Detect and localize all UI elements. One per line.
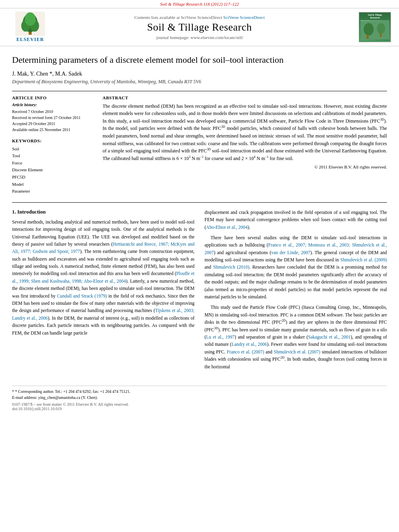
svg-point-7 [364, 23, 374, 36]
elsevier-tree-icon [14, 12, 46, 36]
footer: * * Corresponding author. Tel.: +1 204 4… [12, 386, 387, 411]
header: ELSEVIER Contents lists available at Sci… [0, 8, 399, 46]
section1-heading: 1. Introduction [12, 209, 195, 215]
abstract-text: The discrete element method (DEM) has be… [103, 103, 387, 162]
keyword-discrete-element: Discrete Element [12, 166, 93, 174]
keyword-model: Model [12, 181, 93, 188]
ref-shmulevich1[interactable]: Shmulevich et al. (2009) [340, 257, 387, 262]
ref-cundall[interactable]: Cundall and Strack (1979) [57, 294, 107, 298]
sciverse-link[interactable]: SciVerse ScienceDirect [223, 15, 265, 20]
ref-sakaguchi[interactable]: Sakaguchi et al., 2001 [308, 335, 351, 339]
ref-lu[interactable]: Lu et al., 1997 [206, 335, 234, 339]
svg-rect-10 [380, 33, 381, 37]
footnote-email: E-mail address: ying_chen@umanitoba.ca (… [12, 394, 387, 401]
keyword-parameter: Parameter [12, 188, 93, 195]
info-abstract-section: ARTICLE INFO Article history: Received 7… [12, 91, 387, 195]
ref-tijskens[interactable]: Tijskens et al., 2003; Landry et al., 20… [12, 308, 195, 320]
elsevier-label: ELSEVIER [16, 37, 44, 43]
keyword-force: Force [12, 160, 93, 167]
abstract-section: ABSTRACT The discrete element method (DE… [103, 95, 387, 195]
history-received: Received 7 October 2010 Received in revi… [12, 109, 93, 133]
svg-point-8 [377, 23, 385, 34]
ref-vanderlinde[interactable]: van der Linde, 2007 [271, 250, 310, 255]
abstract-label: ABSTRACT [103, 95, 387, 100]
svg-rect-9 [366, 35, 368, 39]
intro-para-dem: There have been several studies using th… [205, 234, 387, 301]
journal-title: Soil & Tillage Research [56, 21, 343, 33]
keyword-tool: Tool [12, 152, 93, 160]
body-col-right: displacement and crack propagation invol… [205, 209, 387, 374]
article-info-label: ARTICLE INFO [12, 95, 93, 100]
ref-plouffe[interactable]: Plouffe et al., 1999; Shen and Kushwaha,… [12, 271, 195, 283]
keywords-section: Keywords: Soil Tool Force Discrete Eleme… [12, 138, 93, 195]
intro-para-1: Several methods, including analytical an… [12, 218, 195, 337]
article-info: ARTICLE INFO Article history: Received 7… [12, 95, 93, 195]
homepage-line: journal homepage: www.elsevier.com/locat… [56, 35, 343, 40]
journal-cover-image: Soil & TillageResearch [359, 12, 391, 42]
body-col-left: 1. Introduction Several methods, includi… [12, 209, 195, 374]
ref-aboelnor1[interactable]: Abo-Elnor et al., 2004 [206, 225, 247, 230]
intro-para-cont: displacement and crack propagation invol… [205, 209, 387, 231]
ref-shmulevich2[interactable]: Shmulevich (2010) [213, 265, 249, 269]
body-columns: 1. Introduction Several methods, includi… [12, 209, 387, 374]
history-label: Article history: [12, 103, 93, 107]
header-left: ELSEVIER [8, 12, 52, 43]
body-text-col1: Several methods, including analytical an… [12, 218, 195, 337]
ref-shmulevich3[interactable]: Shmulevich et al. (2007) [274, 349, 321, 354]
journal-bar: Soil & Tillage Research 118 (2012) 117–1… [0, 0, 399, 8]
ref-landry[interactable]: Landry et al., 2006 [232, 342, 267, 347]
page: Soil & Tillage Research 118 (2012) 117–1… [0, 0, 399, 532]
header-center: Contents lists available at SciVerse Sci… [56, 15, 343, 40]
keyword-soil: Soil [12, 146, 93, 153]
sciverse-line: Contents lists available at SciVerse Sci… [56, 15, 343, 20]
copyright: © 2011 Elsevier B.V. All rights reserved… [103, 164, 387, 169]
intro-para-pfc: This study used the Particle Flow Code (… [205, 304, 387, 370]
keyword-pfc5d: PFC5D [12, 174, 93, 181]
section-divider [12, 202, 387, 203]
main-content: Determining parameters of a discrete ele… [0, 46, 399, 382]
affiliation: Department of Biosystems Engineering, Un… [12, 79, 387, 85]
footnote-corresponding: * * Corresponding author. Tel.: +1 204 4… [12, 388, 387, 394]
footnote-star: * [12, 389, 15, 394]
ref-hettiaratchi[interactable]: Hettiaratchi and Reece, 1967; McKyes and… [12, 242, 195, 254]
ref-franco2[interactable]: Franco et al. (2007) [227, 349, 264, 354]
header-right: Soil & TillageResearch [347, 12, 391, 42]
authors: J. Mak, Y. Chen *, M.A. Sadek [12, 71, 387, 77]
keywords-label: Keywords: [12, 138, 93, 143]
svg-point-5 [25, 12, 36, 26]
journal-citation: Soil & Tillage Research 118 (2012) 117–1… [160, 2, 239, 6]
footer-issn: 0167-1987/$ – see front matter © 2011 El… [12, 402, 387, 411]
article-title: Determining parameters of a discrete ele… [12, 54, 387, 66]
elsevier-logo: ELSEVIER [8, 12, 52, 43]
body-text-col2: displacement and crack propagation invol… [205, 209, 387, 370]
